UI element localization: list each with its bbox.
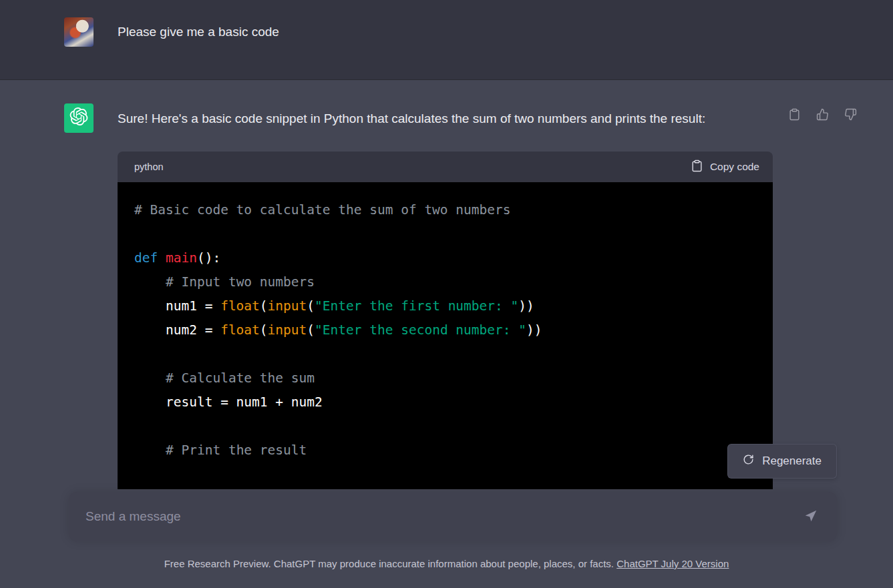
thumbs-down-button[interactable] xyxy=(844,108,857,123)
copy-code-label: Copy code xyxy=(710,161,759,173)
message-input[interactable] xyxy=(85,509,799,524)
regenerate-button[interactable]: Regenerate xyxy=(727,444,837,479)
footer: Free Research Preview. ChatGPT may produ… xyxy=(0,558,893,569)
openai-logo-icon xyxy=(69,107,88,129)
code-block: python Copy code # Basic code to calcula… xyxy=(118,152,773,489)
code-line: # Calculate the sum xyxy=(134,366,756,390)
footer-version-link[interactable]: ChatGPT July 20 Version xyxy=(616,558,729,569)
user-message-row: Please give me a basic code xyxy=(0,0,893,80)
clipboard-icon xyxy=(788,108,801,123)
code-line: # Input two numbers xyxy=(134,270,756,294)
assistant-message-text: Sure! Here's a basic code snippet in Pyt… xyxy=(118,103,742,133)
user-message-text: Please give me a basic code xyxy=(118,17,279,46)
code-line: num1 = float(input("Enter the first numb… xyxy=(134,294,756,318)
send-button[interactable] xyxy=(799,505,822,529)
clipboard-icon xyxy=(691,160,703,175)
thumbs-down-icon xyxy=(844,108,857,123)
send-icon xyxy=(803,509,818,525)
refresh-icon xyxy=(743,454,754,469)
code-line xyxy=(134,414,756,438)
copy-message-button[interactable] xyxy=(788,108,801,123)
assistant-message-content: Sure! Here's a basic code snippet in Pyt… xyxy=(118,103,773,489)
message-composer xyxy=(69,492,837,541)
chatgpt-avatar xyxy=(64,103,94,133)
message-actions xyxy=(788,108,857,123)
footer-disclaimer-text: Free Research Preview. ChatGPT may produ… xyxy=(164,558,617,569)
code-line xyxy=(134,342,756,366)
code-line: num2 = float(input("Enter the second num… xyxy=(134,318,756,342)
code-line xyxy=(134,222,756,246)
thumbs-up-button[interactable] xyxy=(816,108,829,123)
regenerate-label: Regenerate xyxy=(762,455,822,468)
user-avatar xyxy=(64,17,94,47)
code-language-label: python xyxy=(134,162,164,172)
code-block-header: python Copy code xyxy=(118,152,773,182)
code-line: result = num1 + num2 xyxy=(134,390,756,414)
code-line: # Print the result xyxy=(134,438,756,463)
code-line: def main(): xyxy=(134,246,756,270)
code-content: # Basic code to calculate the sum of two… xyxy=(118,182,773,489)
code-line: # Basic code to calculate the sum of two… xyxy=(134,198,756,222)
thumbs-up-icon xyxy=(816,108,829,123)
copy-code-button[interactable]: Copy code xyxy=(691,160,759,175)
